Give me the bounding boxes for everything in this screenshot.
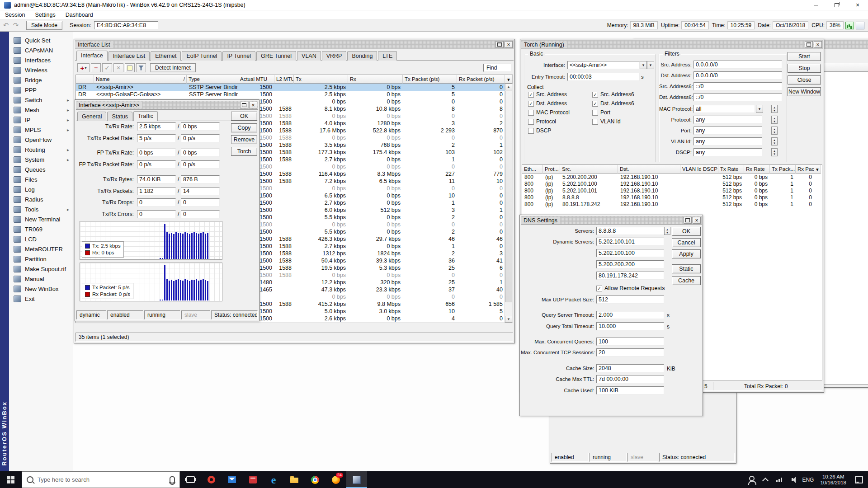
column-header-flags[interactable] bbox=[76, 75, 94, 84]
filter-input-dst-address6[interactable]: ::/0 bbox=[693, 93, 782, 101]
interface-list-tab-vlan[interactable]: VLAN bbox=[297, 51, 321, 61]
torch-maximize-button[interactable] bbox=[805, 41, 813, 48]
field-tx-rx-errors-tx[interactable]: 0 bbox=[137, 210, 176, 218]
checkbox-icon[interactable] bbox=[528, 119, 534, 125]
collect-dscp[interactable]: DSCP bbox=[528, 127, 551, 134]
interface-dropdown-icon[interactable]: ▾ bbox=[640, 61, 647, 69]
scroll-up-icon[interactable]: ▲ bbox=[505, 84, 512, 90]
dns-input-max-concurrent-queries[interactable]: 100 bbox=[596, 338, 664, 346]
dns-dynamic-server-4[interactable]: 80.191.178.242 bbox=[596, 272, 664, 280]
interface-dialog-tab-traffic[interactable]: Traffic bbox=[133, 111, 158, 121]
language-indicator[interactable]: ENG bbox=[799, 471, 816, 488]
sidebar-item-ppp[interactable]: PPP bbox=[9, 85, 72, 95]
collect-protocol[interactable]: Protocol bbox=[528, 118, 556, 125]
mail-icon[interactable] bbox=[222, 471, 242, 488]
torch-column-prot[interactable]: Prot... bbox=[543, 165, 560, 174]
dns-ok-button[interactable]: OK bbox=[672, 227, 701, 236]
sidebar-item-new-terminal[interactable]: New Terminal bbox=[9, 214, 72, 224]
chevron-up-icon[interactable] bbox=[759, 471, 772, 488]
filter-spinner-icon[interactable]: ▴▾ bbox=[771, 105, 778, 113]
store-icon[interactable] bbox=[242, 471, 263, 488]
sidebar-item-metarouter[interactable]: MetaROUTER bbox=[9, 244, 72, 254]
winbox-icon[interactable] bbox=[346, 471, 367, 488]
field-tx-rx-bytes-tx[interactable]: 74.0 KiB bbox=[137, 175, 176, 183]
close-button[interactable]: × bbox=[847, 0, 868, 10]
dns-dynamic-server-1[interactable]: 5.202.100.101 bbox=[596, 238, 664, 246]
traffic-graph-icon[interactable] bbox=[845, 22, 854, 29]
torch-column-src[interactable]: Src. bbox=[560, 165, 618, 174]
field-tx-rx-drops-rx[interactable]: 0 bbox=[181, 198, 220, 206]
stop-button[interactable]: Stop bbox=[788, 64, 821, 73]
add-button[interactable]: +▾ bbox=[77, 63, 90, 72]
field-fp-tx-rx-packet-rate-tx[interactable]: 0 p/s bbox=[137, 160, 176, 169]
torch-button[interactable]: Torch bbox=[231, 147, 257, 156]
sidebar-item-files[interactable]: Files bbox=[9, 174, 72, 184]
filter-input-src-address[interactable]: 0.0.0.0/0 bbox=[693, 61, 782, 69]
dns-input-cache-max-ttl[interactable]: 7d 00:00:00 bbox=[596, 375, 664, 383]
taskbar-search[interactable]: Type here to search bbox=[22, 471, 180, 488]
filter-spinner-icon[interactable]: ▴▾ bbox=[771, 148, 778, 156]
interface-list-tab-bonding[interactable]: Bonding bbox=[347, 51, 377, 61]
task-view-icon[interactable] bbox=[180, 471, 201, 488]
torch-titlebar[interactable]: Torch (Running) × bbox=[521, 40, 823, 49]
field-tx-rx-drops-tx[interactable]: 0 bbox=[137, 198, 176, 206]
torch-column-select-icon[interactable]: ▾ bbox=[814, 165, 821, 174]
column-header-name[interactable]: Name/ bbox=[94, 75, 187, 84]
start-button[interactable]: Start bbox=[788, 52, 821, 61]
dns-input-cache-size[interactable]: 2048 bbox=[596, 364, 664, 372]
collect-mac-protocol[interactable]: MAC Protocol bbox=[528, 109, 570, 116]
filter-button[interactable] bbox=[136, 63, 146, 72]
checkbox-icon[interactable] bbox=[592, 119, 598, 125]
filter-input-port[interactable]: any bbox=[693, 127, 762, 135]
dns-dynamic-server-3[interactable]: 5.200.200.200 bbox=[596, 260, 664, 268]
collect-dst-address[interactable]: ✓Dst. Address bbox=[528, 100, 567, 107]
menu-session[interactable]: Session bbox=[0, 10, 30, 19]
restore-button[interactable] bbox=[826, 0, 847, 10]
torch-row[interactable]: 800(ip)5.202.100.101192.168.190.10512 bp… bbox=[522, 187, 822, 194]
filter-dropdown-icon[interactable]: ▾ bbox=[756, 105, 763, 113]
torch-column-tx-rate[interactable]: Tx Rate bbox=[718, 165, 744, 174]
start-button[interactable] bbox=[0, 471, 22, 488]
filter-input-protocol[interactable]: any bbox=[693, 116, 762, 124]
collect-src-address[interactable]: ✓Src. Address bbox=[528, 91, 567, 98]
interface-table-scrollbar[interactable]: ▲ ▼ bbox=[505, 84, 513, 323]
checkbox-icon[interactable] bbox=[592, 110, 598, 116]
chrome-icon[interactable] bbox=[305, 471, 326, 488]
undo-icon[interactable]: ↶ bbox=[2, 21, 10, 29]
dns-titlebar[interactable]: DNS Settings × bbox=[521, 216, 702, 225]
hardware-icon[interactable] bbox=[856, 22, 864, 29]
torch-column-rx-pack[interactable]: Rx Pack... bbox=[796, 165, 814, 174]
filter-input-mac-protocol[interactable]: all bbox=[693, 105, 755, 113]
torch-column-vlan-id[interactable]: VLAN Id bbox=[680, 165, 701, 174]
checkbox-icon[interactable]: ✓ bbox=[592, 92, 598, 98]
scrollbar-thumb[interactable] bbox=[505, 91, 512, 302]
interface-list-tab-interface[interactable]: Interface bbox=[76, 51, 108, 61]
filter-input-src-address6[interactable]: ::/0 bbox=[693, 82, 782, 90]
field-tx-rx-errors-rx[interactable]: 0 bbox=[181, 210, 220, 218]
checkbox-icon[interactable]: ✓ bbox=[528, 92, 534, 98]
checkbox-icon[interactable] bbox=[528, 128, 534, 134]
interface-list-tab-interface-list[interactable]: Interface List bbox=[108, 51, 150, 61]
sidebar-item-interfaces[interactable]: Interfaces bbox=[9, 55, 72, 65]
column-select-icon[interactable]: ▾ bbox=[505, 75, 513, 84]
opera-icon[interactable] bbox=[201, 471, 222, 488]
column-header-tx-packet-p-s[interactable]: Tx Packet (p/s) bbox=[403, 75, 457, 84]
field-tx-rx-packet-rate-rx[interactable]: 0 p/s bbox=[181, 134, 220, 142]
sidebar-item-mpls[interactable]: MPLS▸ bbox=[9, 125, 72, 135]
sidebar-item-tools[interactable]: Tools▸ bbox=[9, 204, 72, 214]
interface-dialog-titlebar[interactable]: Interface <<sstp-Amir>> × bbox=[76, 101, 258, 110]
network-icon[interactable] bbox=[772, 471, 786, 488]
interface-list-tab-ethernet[interactable]: Ethernet bbox=[151, 51, 181, 61]
sidebar-item-mesh[interactable]: Mesh▸ bbox=[9, 105, 72, 115]
filter-spinner-icon[interactable]: ▴▾ bbox=[771, 137, 778, 145]
torch-column-dscp[interactable]: DSCP bbox=[701, 165, 718, 174]
sidebar-item-bridge[interactable]: Bridge bbox=[9, 75, 72, 85]
collect-src-address6[interactable]: ✓Src. Address6 bbox=[592, 91, 634, 98]
taskbar-clock[interactable]: 10:26 AM 10/16/2018 bbox=[816, 474, 850, 486]
filter-input-dscp[interactable]: any bbox=[693, 148, 762, 156]
interface-list-tab-eoip-tunnel[interactable]: EoIP Tunnel bbox=[182, 51, 222, 61]
dns-input-cache-used[interactable]: 100 KiB bbox=[596, 386, 664, 394]
collect-port[interactable]: Port bbox=[592, 109, 610, 116]
dns-close-button[interactable]: × bbox=[693, 217, 701, 224]
dns-servers-spinner-icon[interactable]: ▴▾ bbox=[664, 227, 670, 235]
